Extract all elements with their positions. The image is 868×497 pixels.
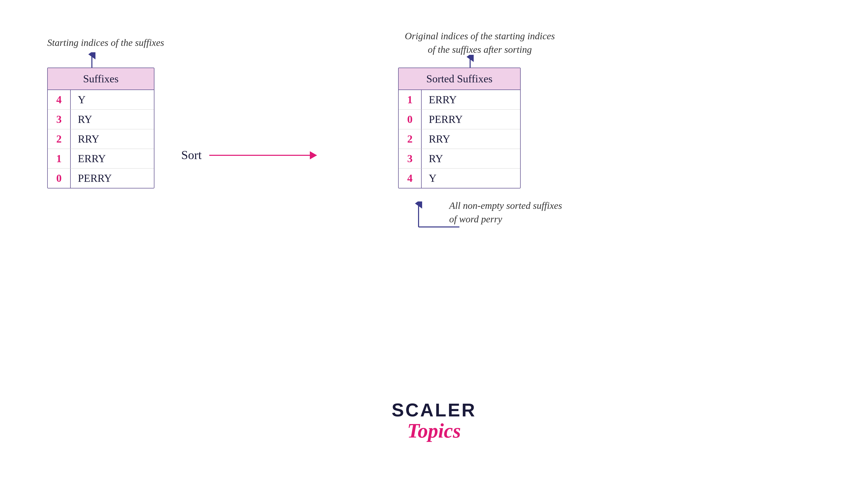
left-table: Suffixes 4 Y 3 RY 2 RRY 1 ERRY 0 PERRY bbox=[47, 68, 154, 188]
row-value: Y bbox=[71, 94, 154, 106]
table-row: 2 RRY bbox=[48, 129, 154, 149]
table-row: 3 RY bbox=[48, 110, 154, 129]
right-table-body: 1 ERRY 0 PERRY 2 RRY 3 RY 4 Y bbox=[399, 90, 520, 188]
row-value: RY bbox=[71, 113, 154, 126]
row-index: 4 bbox=[48, 90, 71, 109]
row-value: ERRY bbox=[422, 94, 520, 106]
row-value: PERRY bbox=[71, 172, 154, 184]
bottom-note: All non-empty sorted suffixes of word pe… bbox=[449, 199, 562, 226]
row-value: RRY bbox=[422, 133, 520, 145]
table-row: 1 ERRY bbox=[48, 149, 154, 169]
sort-label: Sort bbox=[181, 148, 202, 162]
scaler-text: SCALER bbox=[391, 400, 476, 421]
topics-text: Topics bbox=[391, 421, 476, 441]
right-table-header: Sorted Suffixes bbox=[399, 68, 520, 90]
diagram-container: Starting indices of the suffixes Suffixe… bbox=[0, 0, 868, 497]
row-index: 1 bbox=[399, 90, 422, 109]
row-index: 2 bbox=[48, 129, 71, 149]
sort-section: Sort bbox=[181, 148, 316, 162]
left-table-header: Suffixes bbox=[48, 68, 154, 90]
row-index: 1 bbox=[48, 149, 71, 168]
row-index: 0 bbox=[48, 169, 71, 188]
left-label: Starting indices of the suffixes bbox=[47, 37, 164, 48]
row-value: RRY bbox=[71, 133, 154, 145]
right-table: Sorted Suffixes 1 ERRY 0 PERRY 2 RRY 3 R… bbox=[398, 68, 521, 188]
table-row: 0 PERRY bbox=[399, 110, 520, 129]
row-value: PERRY bbox=[422, 113, 520, 126]
table-row: 0 PERRY bbox=[48, 169, 154, 188]
row-index: 3 bbox=[48, 110, 71, 129]
row-value: ERRY bbox=[71, 153, 154, 165]
left-table-body: 4 Y 3 RY 2 RRY 1 ERRY 0 PERRY bbox=[48, 90, 154, 188]
table-row: 4 Y bbox=[48, 90, 154, 110]
row-index: 3 bbox=[399, 149, 422, 168]
sort-arrow bbox=[209, 155, 316, 156]
table-row: 3 RY bbox=[399, 149, 520, 169]
row-index: 4 bbox=[399, 169, 422, 188]
row-index: 0 bbox=[399, 110, 422, 129]
row-value: RY bbox=[422, 153, 520, 165]
row-value: Y bbox=[422, 172, 520, 184]
scaler-logo: SCALER Topics bbox=[391, 400, 476, 441]
row-index: 2 bbox=[399, 129, 422, 149]
right-label: Original indices of the starting indices… bbox=[398, 29, 562, 56]
table-row: 4 Y bbox=[399, 169, 520, 188]
table-row: 1 ERRY bbox=[399, 90, 520, 110]
table-row: 2 RRY bbox=[399, 129, 520, 149]
